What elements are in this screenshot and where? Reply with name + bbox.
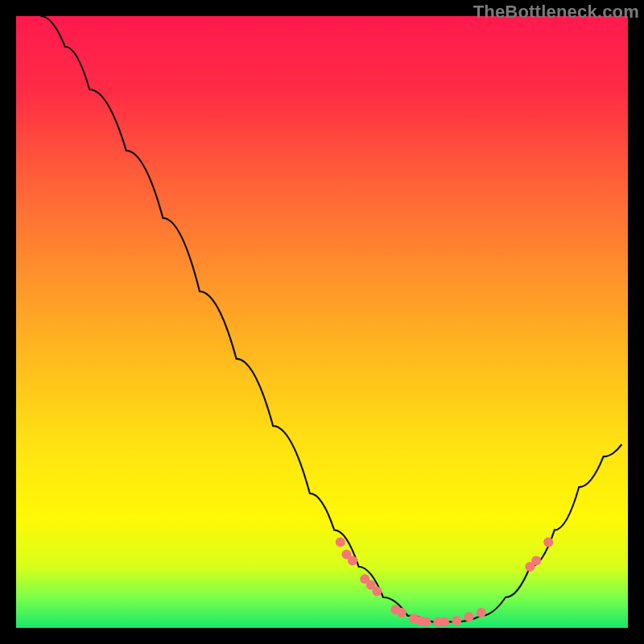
data-marker — [440, 617, 449, 626]
chart-frame — [16, 16, 628, 628]
data-marker — [372, 586, 382, 596]
data-marker — [531, 555, 541, 565]
data-marker — [543, 538, 553, 547]
data-marker — [452, 616, 461, 625]
data-marker — [348, 555, 357, 565]
data-marker — [477, 608, 486, 617]
watermark-text: TheBottleneck.com — [473, 2, 639, 23]
data-marker — [397, 608, 407, 617]
data-marker — [421, 617, 431, 626]
chart-svg — [16, 16, 628, 628]
data-marker — [464, 612, 473, 621]
data-marker — [336, 538, 345, 547]
gradient-background — [16, 16, 628, 628]
